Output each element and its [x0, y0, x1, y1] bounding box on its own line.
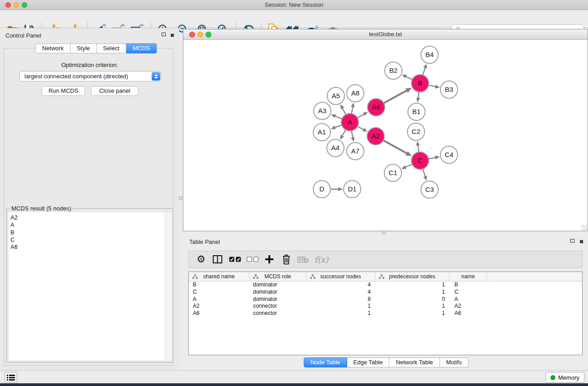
tab-style[interactable]: Style: [71, 43, 97, 53]
graph-node-C[interactable]: C: [411, 152, 429, 169]
column-header-successor-nodes[interactable]: successor nodes: [306, 272, 375, 281]
table-tab-motifs[interactable]: Motifs: [440, 357, 469, 367]
tab-select[interactable]: Select: [97, 43, 126, 53]
network-minimize-button[interactable]: [197, 32, 203, 38]
network-canvas[interactable]: B4B2BB3B1A5A8A3A6AA1A2C2A4A7CC4C1C3DD1: [183, 40, 588, 231]
result-item-a6[interactable]: A6: [10, 243, 171, 251]
table-cell[interactable]: B: [449, 281, 487, 289]
column-header-mcds-role[interactable]: MCDS role: [249, 272, 306, 281]
graph-node-A[interactable]: A: [341, 114, 359, 131]
table-cell[interactable]: 1: [375, 289, 449, 296]
run-mcds-button[interactable]: Run MCDS: [42, 86, 85, 96]
select-all-icon[interactable]: [227, 251, 243, 267]
deselect-all-icon[interactable]: [245, 251, 260, 267]
table-row[interactable]: Adominator80A: [189, 296, 582, 303]
network-window-title: testGlobe.txt: [183, 29, 588, 39]
table-cell[interactable]: 0: [375, 296, 449, 303]
optimization-criterion-label: Optimization criterion:: [0, 62, 179, 68]
float-table-panel-icon[interactable]: [570, 239, 574, 243]
result-item-a[interactable]: A: [10, 221, 171, 229]
minimize-window-button[interactable]: [14, 2, 19, 8]
network-close-button[interactable]: [189, 32, 195, 38]
table-cell[interactable]: connector: [249, 303, 306, 310]
close-panel-button[interactable]: Close panel: [91, 86, 139, 96]
graph-node-A2[interactable]: A2: [367, 128, 384, 145]
graph-node-A8[interactable]: A8: [347, 85, 364, 102]
table-tab-edge-table[interactable]: Edge Table: [347, 357, 390, 367]
graph-node-A4[interactable]: A4: [327, 139, 344, 157]
table-cell[interactable]: 4: [306, 281, 375, 289]
maximize-window-button[interactable]: [22, 2, 27, 8]
table-cell[interactable]: A2: [189, 303, 249, 310]
graph-node-C4[interactable]: C4: [440, 146, 458, 163]
tab-mcds[interactable]: MCDS: [126, 43, 157, 53]
close-window-button[interactable]: [5, 2, 11, 8]
memory-button[interactable]: Memory: [545, 372, 584, 383]
table-cell[interactable]: A6: [189, 310, 249, 317]
graph-node-B[interactable]: B: [411, 75, 429, 92]
resize-grip-icon[interactable]: [582, 225, 587, 230]
graph-node-B3[interactable]: B3: [440, 81, 458, 98]
network-maximize-button[interactable]: [206, 32, 211, 38]
table-cell[interactable]: C: [189, 289, 249, 296]
table-cell[interactable]: 1: [375, 303, 449, 310]
graph-node-B2[interactable]: B2: [385, 62, 402, 79]
float-panel-icon[interactable]: [162, 33, 166, 36]
table-cell[interactable]: A2: [449, 303, 487, 310]
table-tab-node-table[interactable]: Node Table: [304, 357, 347, 367]
graph-node-A5[interactable]: A5: [327, 87, 344, 105]
graph-node-B4[interactable]: B4: [421, 46, 438, 63]
graph-node-A3[interactable]: A3: [314, 102, 331, 119]
graph-node-B1[interactable]: B1: [408, 103, 425, 120]
table-row[interactable]: A6connector11A6: [189, 310, 582, 317]
table-row[interactable]: A2connector11A2: [189, 303, 582, 310]
table-cell[interactable]: dominator: [249, 296, 306, 303]
vertical-splitter-handle[interactable]: [179, 196, 182, 200]
tab-network[interactable]: Network: [35, 43, 71, 53]
scrollbar-track[interactable]: [165, 212, 171, 361]
table-cell[interactable]: dominator: [249, 281, 306, 289]
table-cell[interactable]: A: [449, 296, 487, 303]
result-item-c[interactable]: C: [10, 236, 171, 243]
graph-node-A7[interactable]: A7: [347, 143, 364, 160]
mcds-result-list[interactable]: A2ABCA6: [9, 212, 171, 361]
add-column-icon[interactable]: [263, 251, 276, 267]
table-cell[interactable]: 4: [306, 289, 375, 296]
graph-node-C3[interactable]: C3: [421, 181, 438, 198]
column-header-shared-name[interactable]: shared name: [189, 272, 249, 281]
table-cell[interactable]: connector: [249, 310, 306, 317]
table-row[interactable]: Cdominator41C: [189, 289, 582, 296]
graph-node-D1[interactable]: D1: [344, 181, 361, 198]
table-row[interactable]: Bdominator41B: [189, 281, 582, 289]
table-cell[interactable]: 1: [375, 281, 449, 289]
table-cell[interactable]: B: [189, 281, 249, 289]
table-cell[interactable]: 1: [306, 310, 375, 317]
graph-node-A6[interactable]: A6: [368, 99, 385, 116]
close-panel-icon[interactable]: ✖: [170, 33, 174, 38]
result-item-a2[interactable]: A2: [10, 214, 171, 221]
task-history-button[interactable]: [5, 372, 17, 383]
delete-table-icon[interactable]: [296, 251, 310, 267]
close-table-panel-icon[interactable]: ✖: [579, 239, 583, 244]
delete-column-trash-icon[interactable]: [279, 251, 293, 267]
table-cell[interactable]: dominator: [249, 289, 306, 296]
column-header-predecessor-nodes[interactable]: predecessor nodes: [375, 272, 449, 281]
graph-node-C2[interactable]: C2: [407, 123, 425, 140]
column-header-name[interactable]: name: [449, 272, 487, 281]
table-cell[interactable]: A: [189, 296, 249, 303]
settings-gear-icon[interactable]: ⚙: [194, 251, 208, 267]
result-item-b[interactable]: B: [10, 229, 171, 236]
function-builder-icon[interactable]: f(x): [312, 251, 331, 267]
optimization-criterion-dropdown[interactable]: largest connected component (directed): [19, 71, 161, 81]
table-cell[interactable]: 8: [306, 296, 375, 303]
graph-node-A1[interactable]: A1: [313, 124, 330, 141]
table-cell[interactable]: 1: [375, 310, 449, 317]
table-tab-network-table[interactable]: Network Table: [389, 357, 440, 367]
graph-node-C1[interactable]: C1: [384, 164, 402, 181]
graph-node-D[interactable]: D: [313, 181, 330, 198]
table-cell[interactable]: C: [449, 289, 487, 296]
network-window-titlebar[interactable]: testGlobe.txt: [183, 29, 588, 40]
table-cell[interactable]: 1: [306, 303, 375, 310]
column-chooser-icon[interactable]: [210, 251, 224, 267]
table-cell[interactable]: A6: [449, 310, 487, 317]
